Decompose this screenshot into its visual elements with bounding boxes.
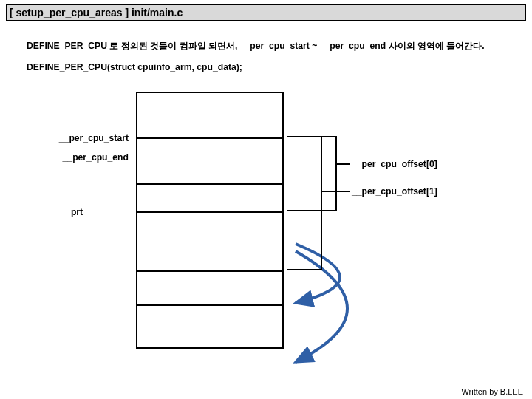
divider-per-cpu-end	[137, 183, 282, 185]
offset0-bracket-top	[287, 136, 337, 137]
slide-title: [ setup_per_cpu_areas ] init/main.c	[10, 7, 183, 18]
divider-prt-1	[137, 270, 282, 272]
label-offset-1: __per_cpu_offset[1]	[352, 186, 437, 197]
label-offset-0: __per_cpu_offset[0]	[352, 159, 437, 169]
offset1-label-tick	[321, 191, 350, 192]
offset0-label-tick	[335, 163, 350, 165]
offset1-bracket-bottom	[287, 269, 322, 270]
divider-prt-0	[137, 211, 282, 213]
label-per-cpu-start: __per_cpu_start	[25, 133, 129, 143]
divider-per-cpu-start	[137, 137, 282, 139]
offset1-bracket-v	[321, 136, 322, 269]
label-per-cpu-end: __per_cpu_end	[25, 152, 129, 163]
memory-layout-box	[136, 92, 284, 349]
divider-bottom	[137, 304, 282, 306]
copy-arrows-svg	[273, 185, 421, 399]
description-line-2: DEFINE_PER_CPU(struct cpuinfo_arm, cpu_d…	[27, 62, 242, 72]
offset0-bracket-v	[335, 136, 337, 210]
label-prt: prt	[25, 207, 129, 217]
footer-author: Written by B.LEE	[461, 387, 523, 396]
title-bar: [ setup_per_cpu_areas ] init/main.c	[6, 4, 526, 21]
description-line-1: DEFINE_PER_CPU 로 정의된 것들이 컴파일 되면서, __per_…	[27, 40, 485, 52]
slide: [ setup_per_cpu_areas ] init/main.c DEFI…	[0, 0, 532, 399]
offset0-bracket-bottom	[287, 210, 337, 211]
